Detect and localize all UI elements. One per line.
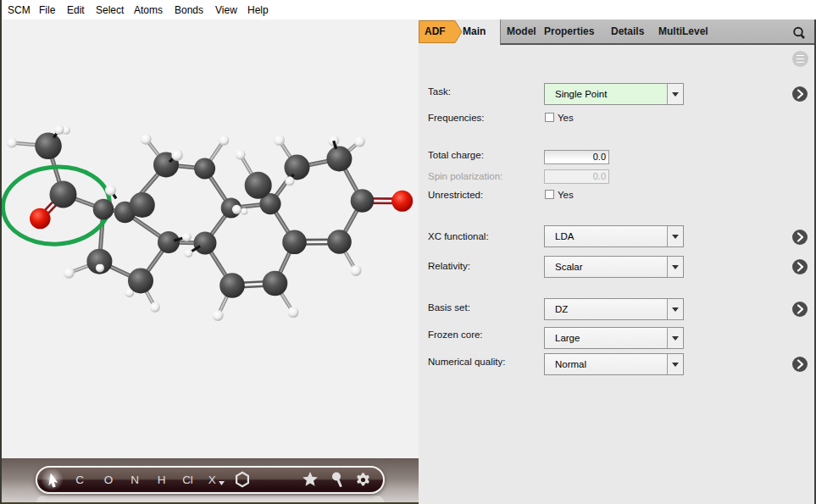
- svg-text:H: H: [158, 474, 166, 486]
- svg-text:O: O: [104, 474, 114, 486]
- svg-text:N: N: [130, 474, 139, 486]
- svg-text:C: C: [75, 474, 84, 486]
- svg-text:Cl: Cl: [182, 474, 193, 486]
- svg-text:X: X: [208, 474, 216, 486]
